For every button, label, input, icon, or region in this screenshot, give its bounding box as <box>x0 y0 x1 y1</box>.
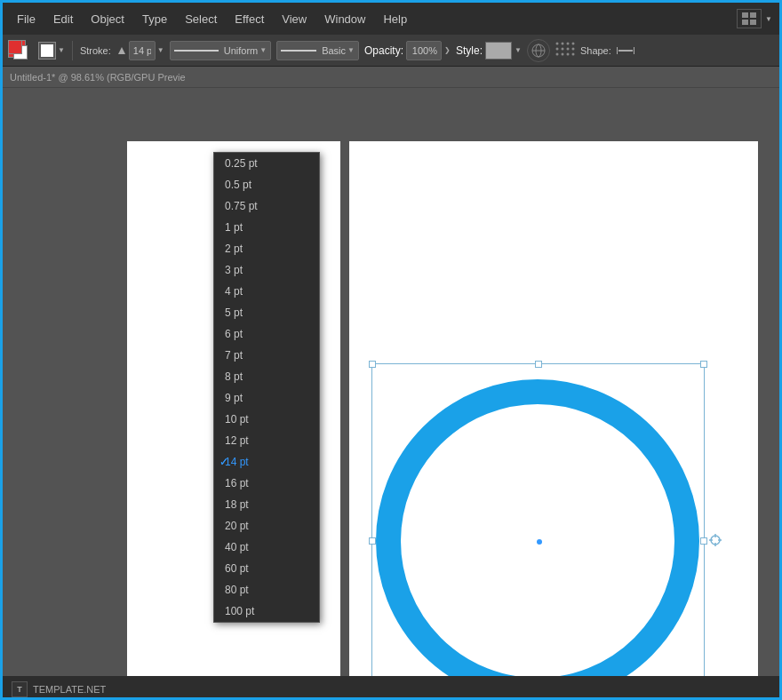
option-60pt[interactable]: 60 pt <box>214 558 319 579</box>
svg-point-11 <box>555 48 558 51</box>
stroke-type-dropdown[interactable]: Uniform ▼ <box>170 41 271 60</box>
style-control: Style: ▼ <box>456 42 522 60</box>
svg-point-10 <box>571 43 574 45</box>
stroke-color-picker[interactable] <box>8 40 33 61</box>
svg-point-13 <box>566 48 569 51</box>
option-14pt[interactable]: ✓14 pt <box>214 451 319 473</box>
option-100pt[interactable]: 100 pt <box>214 601 319 622</box>
main-area: 0.25 pt 0.5 pt 0.75 pt 1 pt 2 pt 3 pt 4 … <box>3 88 779 676</box>
canvas-area[interactable]: 0.25 pt 0.5 pt 0.75 pt 1 pt 2 pt 3 pt 4 … <box>3 88 779 676</box>
statusbar: Untitled-1* @ 98.61% (RGB/GPU Previe <box>3 67 779 88</box>
svg-point-16 <box>561 53 563 56</box>
status-text: Untitled-1* @ 98.61% (RGB/GPU Previe <box>10 72 186 83</box>
option-8pt[interactable]: 8 pt <box>214 366 319 387</box>
menu-view[interactable]: View <box>275 9 314 29</box>
svg-rect-2 <box>742 20 748 25</box>
option-4pt[interactable]: 4 pt <box>214 281 319 302</box>
option-10pt[interactable]: 10 pt <box>214 409 319 430</box>
menu-edit[interactable]: Edit <box>46 9 80 29</box>
menu-effect[interactable]: Effect <box>227 9 271 29</box>
workspace-arrow[interactable]: ▼ <box>765 15 772 23</box>
logo-icon: T <box>12 681 28 697</box>
svg-point-7 <box>555 43 558 45</box>
stroke-width-dropdown: 0.25 pt 0.5 pt 0.75 pt 1 pt 2 pt 3 pt 4 … <box>213 152 320 623</box>
svg-point-14 <box>571 48 574 51</box>
svg-point-22 <box>388 392 687 676</box>
option-2pt[interactable]: 2 pt <box>214 238 319 259</box>
menu-file[interactable]: File <box>10 9 43 29</box>
option-5pt[interactable]: 5 pt <box>214 302 319 323</box>
option-12pt[interactable]: 12 pt <box>214 430 319 451</box>
option-18pt[interactable]: 18 pt <box>214 494 319 515</box>
stroke-label: Stroke: <box>80 45 111 56</box>
option-20pt[interactable]: 20 pt <box>214 515 319 537</box>
option-1pt[interactable]: 1 pt <box>214 217 319 238</box>
shape-control[interactable] <box>617 47 634 54</box>
menu-window[interactable]: Window <box>317 9 372 29</box>
menu-object[interactable]: Object <box>84 9 132 29</box>
option-16pt[interactable]: 16 pt <box>214 473 319 494</box>
svg-point-17 <box>566 53 569 56</box>
bottombar: T TEMPLATE.NET <box>3 676 779 700</box>
option-80pt[interactable]: 80 pt <box>214 579 319 601</box>
option-3pt[interactable]: 3 pt <box>214 259 319 281</box>
svg-rect-1 <box>750 12 756 18</box>
svg-point-15 <box>555 53 558 56</box>
style-preview[interactable] <box>485 42 512 60</box>
center-dot <box>537 539 542 545</box>
menu-select[interactable]: Select <box>178 9 224 29</box>
fill-selector[interactable]: ▼ <box>38 42 65 60</box>
workspace-switcher: ▼ <box>737 9 772 28</box>
menubar: File Edit Object Type Select Effect View… <box>3 3 779 35</box>
menu-type[interactable]: Type <box>135 9 174 29</box>
option-6pt[interactable]: 6 pt <box>214 323 319 345</box>
brand-logo: T TEMPLATE.NET <box>12 681 106 697</box>
align-icon[interactable] <box>555 42 575 59</box>
svg-point-9 <box>566 43 569 45</box>
stroke-width-control[interactable]: ▼ <box>116 41 164 60</box>
stroke-width-input[interactable] <box>129 41 156 60</box>
workspace-icon[interactable] <box>737 9 762 28</box>
circle-shape[interactable] <box>376 368 700 676</box>
option-025pt[interactable]: 0.25 pt <box>214 153 319 174</box>
appearance-icon[interactable] <box>527 39 550 62</box>
brush-dropdown[interactable]: Basic ▼ <box>276 41 359 60</box>
option-40pt[interactable]: 40 pt <box>214 537 319 558</box>
option-9pt[interactable]: 9 pt <box>214 387 319 409</box>
svg-point-12 <box>561 48 563 51</box>
option-05pt[interactable]: 0.5 pt <box>214 174 319 195</box>
option-7pt[interactable]: 7 pt <box>214 345 319 366</box>
svg-rect-0 <box>742 12 748 18</box>
svg-point-8 <box>561 43 563 45</box>
option-075pt[interactable]: 0.75 pt <box>214 195 319 217</box>
brand-name: TEMPLATE.NET <box>33 684 106 695</box>
opacity-input[interactable] <box>406 41 442 60</box>
toolbar: ▼ Stroke: ▼ Uniform ▼ Basic ▼ Opacity: ❯… <box>3 35 779 67</box>
opacity-control: Opacity: ❯ <box>364 41 451 60</box>
menu-help[interactable]: Help <box>376 9 414 29</box>
svg-rect-3 <box>750 20 756 25</box>
svg-point-18 <box>571 53 574 56</box>
